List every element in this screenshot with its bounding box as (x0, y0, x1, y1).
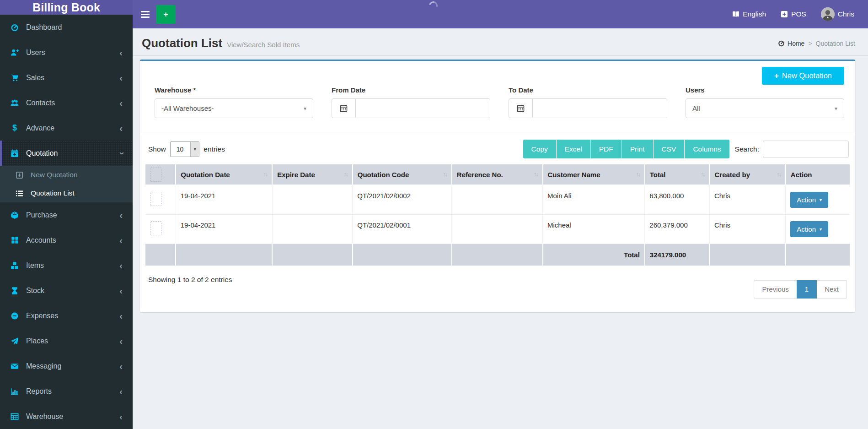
quotation-list-card: + New Quotation Warehouse * -All Warehou… (140, 60, 855, 312)
sidebar-item-sales[interactable]: Sales ‹ (0, 65, 133, 90)
cell-quotation-date: 19-04-2021 (176, 185, 272, 215)
excel-button[interactable]: Excel (557, 140, 591, 158)
cell-created-by: Chris (709, 215, 785, 244)
users-select[interactable]: All ▾ (686, 98, 844, 118)
sidebar-item-warehouse[interactable]: Warehouse ‹ (0, 404, 133, 429)
csv-button[interactable]: CSV (654, 140, 685, 158)
row-action-button[interactable]: Action▾ (790, 221, 828, 237)
columns-button[interactable]: Columns (685, 140, 729, 158)
table-header-row: Quotation Date↑↓ Expire Date↑↓ Quotation… (145, 164, 850, 185)
col-quotation-code[interactable]: Quotation Code↑↓ (353, 164, 452, 185)
sidebar-item-new-quotation[interactable]: New Quotation (0, 166, 133, 184)
cell-expire-date (272, 215, 353, 244)
content: Quotation List View/Search Sold Items Ho… (133, 28, 868, 429)
sidebar-item-users[interactable]: Users ‹ (0, 40, 133, 65)
row-checkbox[interactable] (150, 221, 161, 235)
cube-icon (9, 211, 20, 219)
sort-icon: ↑↓ (701, 171, 705, 178)
plus-square-icon (781, 11, 788, 18)
pos-button[interactable]: POS (781, 10, 806, 18)
select-all-header[interactable] (145, 164, 176, 185)
grid-icon (9, 236, 20, 244)
row-action-button[interactable]: Action▾ (790, 192, 828, 208)
cubes-icon (9, 261, 20, 270)
row-checkbox[interactable] (150, 192, 161, 206)
show-label: Show (148, 145, 166, 153)
users-icon (9, 99, 20, 107)
sidebar-item-messaging[interactable]: Messaging ‹ (0, 353, 133, 379)
breadcrumb-separator: > (808, 40, 812, 47)
envelope-icon (9, 362, 20, 370)
sidebar-item-stock[interactable]: Stock ‹ (0, 278, 133, 303)
warehouse-field: Warehouse * -All Warehouses- ▾ (155, 86, 313, 118)
user-menu[interactable]: Chris (821, 7, 854, 21)
table-footer: Showing 1 to 2 of 2 entries Previous 1 N… (145, 266, 850, 299)
caret-down-icon: ▾ (820, 197, 822, 202)
sidebar-item-dashboard[interactable]: Dashboard (0, 15, 133, 40)
col-created-by[interactable]: Created by↑↓ (709, 164, 785, 185)
caret-down-icon: ▾ (304, 105, 306, 112)
list-icon (14, 190, 25, 197)
topbar-right-menu: English POS Chris (732, 7, 854, 21)
sidebar-item-expenses[interactable]: Expenses ‹ (0, 303, 133, 328)
breadcrumb-home-link[interactable]: Home (778, 40, 804, 47)
pagination-previous[interactable]: Previous (754, 280, 796, 299)
search-label: Search: (735, 145, 759, 153)
table-row: 19-04-2021 QT/2021/02/0002 Moin Ali 63,8… (145, 185, 850, 215)
page-length-select[interactable]: 10 ▾ (170, 141, 200, 157)
calendar-plus-icon (9, 149, 20, 157)
pagination-page-1[interactable]: 1 (797, 280, 817, 299)
sidebar-item-reports[interactable]: Reports ‹ (0, 379, 133, 404)
warehouse-select[interactable]: -All Warehouses- ▾ (155, 98, 313, 118)
sidebar-item-quotation-list[interactable]: Quotation List (0, 184, 133, 202)
user-name: Chris (838, 10, 854, 18)
minus-circle-icon (9, 312, 20, 320)
cell-quotation-code: QT/2021/02/0002 (353, 185, 452, 215)
search-input[interactable] (763, 141, 849, 158)
col-quotation-date[interactable]: Quotation Date↑↓ (176, 164, 272, 185)
copy-button[interactable]: Copy (523, 140, 557, 158)
from-date-input[interactable] (356, 99, 490, 118)
breadcrumb-current: Quotation List (816, 40, 855, 47)
pagination-next[interactable]: Next (817, 280, 847, 299)
topbar: + English POS Chris (133, 0, 868, 28)
user-plus-icon (9, 49, 20, 57)
showing-entries-text: Showing 1 to 2 of 2 entries (148, 276, 232, 284)
gauge-icon (9, 23, 20, 32)
caret-down-icon: ▾ (820, 227, 822, 232)
sidebar-item-places[interactable]: Places ‹ (0, 328, 133, 353)
quotations-table: Quotation Date↑↓ Expire Date↑↓ Quotation… (145, 164, 850, 266)
sidebar-toggle-button[interactable] (135, 0, 155, 28)
to-date-input[interactable] (533, 99, 667, 118)
sidebar-item-quotation[interactable]: Quotation ‹ (0, 141, 133, 166)
sidebar-nav: Dashboard Users ‹ Sales ‹ Contacts ‹ $ A… (0, 15, 133, 429)
col-action: Action (786, 164, 850, 185)
sidebar-item-contacts[interactable]: Contacts ‹ (0, 90, 133, 115)
cell-created-by: Chris (709, 185, 785, 215)
col-reference-no[interactable]: Reference No.↑↓ (452, 164, 543, 185)
cell-expire-date (272, 185, 353, 215)
loading-spinner (428, 0, 439, 11)
col-total[interactable]: Total↑↓ (645, 164, 710, 185)
plus-square-icon (14, 171, 25, 179)
select-all-checkbox[interactable] (150, 168, 161, 182)
sidebar-item-accounts[interactable]: Accounts ‹ (0, 228, 133, 253)
language-menu[interactable]: English (732, 10, 766, 18)
table-row: 19-04-2021 QT/2021/02/0001 Micheal 260,3… (145, 215, 850, 244)
quick-add-button[interactable]: + (156, 5, 176, 24)
sort-icon: ↑↓ (534, 171, 538, 178)
breadcrumb: Home > Quotation List (778, 40, 855, 47)
pdf-button[interactable]: PDF (591, 140, 622, 158)
print-button[interactable]: Print (622, 140, 654, 158)
new-quotation-button[interactable]: + New Quotation (762, 67, 844, 85)
sidebar-item-items[interactable]: Items ‹ (0, 253, 133, 278)
table-section: Show 10 ▾ entries Copy Excel PDF Print (140, 132, 855, 312)
total-label: Total (543, 244, 645, 266)
col-expire-date[interactable]: Expire Date↑↓ (272, 164, 353, 185)
sidebar-item-advance[interactable]: $ Advance ‹ (0, 115, 133, 141)
sidebar-item-purchase[interactable]: Purchase ‹ (0, 202, 133, 228)
cell-reference-no (452, 215, 543, 244)
sidebar: Billing Book Dashboard Users ‹ Sales ‹ C… (0, 0, 133, 429)
col-customer-name[interactable]: Customer Name↑↓ (543, 164, 645, 185)
app-logo[interactable]: Billing Book (0, 0, 133, 15)
